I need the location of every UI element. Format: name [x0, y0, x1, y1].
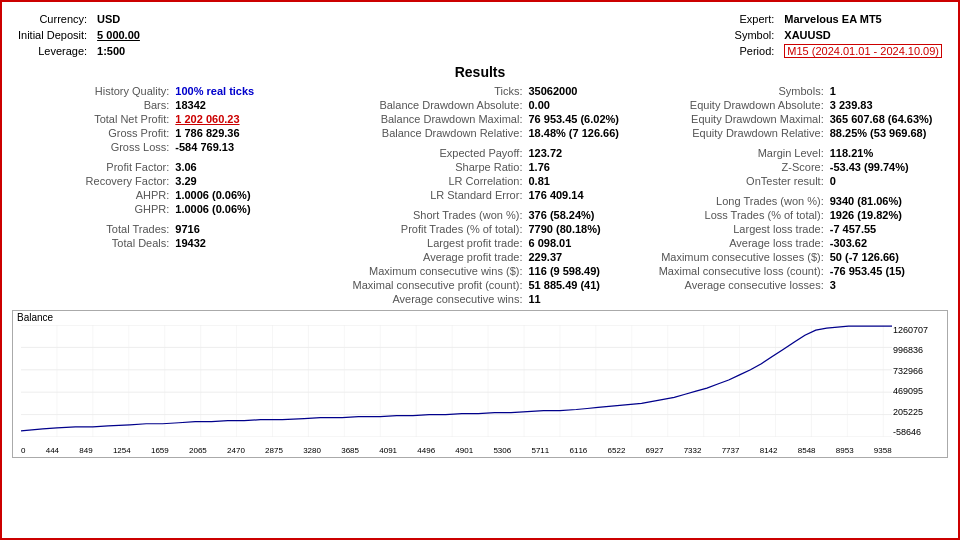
avg-loss-value: -303.62 — [827, 236, 948, 250]
avg-profit-label: Average profit trade: — [324, 250, 525, 264]
bal-dd-abs-value: 0.00 — [525, 98, 636, 112]
bal-dd-rel-label: Balance Drawdown Relative: — [324, 126, 525, 140]
bal-dd-rel-value: 18.48% (7 126.66) — [525, 126, 636, 140]
chart-svg — [21, 325, 892, 437]
largest-loss-value: -7 457.55 — [827, 222, 948, 236]
gross-profit-value: 1 786 829.36 — [172, 126, 324, 140]
x-label-5: 2065 — [189, 446, 207, 455]
bal-dd-abs-label: Balance Drawdown Absolute: — [324, 98, 525, 112]
gross-loss-value: -584 769.13 — [172, 140, 324, 154]
symbol-value: XAUUSD — [780, 28, 946, 42]
largest-loss-label: Largest loss trade: — [636, 222, 827, 236]
header-right: Expert: Marvelous EA MT5 Symbol: XAUUSD … — [729, 10, 948, 60]
lr-std-value: 176 409.14 — [525, 188, 636, 202]
bal-dd-max-value: 76 953.45 (6.02%) — [525, 112, 636, 126]
x-label-14: 5711 — [531, 446, 549, 455]
eq-dd-max-label: Equity Drawdown Maximal: — [636, 112, 827, 126]
sharpe-value: 1.76 — [525, 160, 636, 174]
x-label-22: 8953 — [836, 446, 854, 455]
x-label-20: 8142 — [760, 446, 778, 455]
balance-chart: Balance 1260707 996836 732966 469095 205… — [12, 310, 948, 458]
leverage-label: Leverage: — [14, 44, 91, 58]
currency-label: Currency: — [14, 12, 91, 26]
chart-y-axis: 1260707 996836 732966 469095 205225 -586… — [893, 325, 943, 437]
ghpr-value: 1.0006 (0.06%) — [172, 202, 324, 216]
x-label-15: 6116 — [569, 446, 587, 455]
y-label-5: 205225 — [893, 407, 923, 417]
eq-dd-rel-value: 88.25% (53 969.68) — [827, 126, 948, 140]
largest-profit-value: 6 098.01 — [525, 236, 636, 250]
y-label-2: 996836 — [893, 345, 923, 355]
bars-value: 18342 — [172, 98, 324, 112]
ahpr-label: AHPR: — [12, 188, 172, 202]
eq-dd-abs-label: Equity Drawdown Absolute: — [636, 98, 827, 112]
symbols-value: 1 — [827, 84, 948, 98]
x-label-16: 6522 — [608, 446, 626, 455]
long-trades-value: 9340 (81.06%) — [827, 194, 948, 208]
header-left: Currency: USD Initial Deposit: 5 000.00 … — [12, 10, 146, 60]
zscore-label: Z-Score: — [636, 160, 827, 174]
avg-loss-label: Average loss trade: — [636, 236, 827, 250]
history-quality-label: History Quality: — [12, 84, 172, 98]
max-consec-wins-value: 116 (9 598.49) — [525, 264, 636, 278]
ticks-value: 35062000 — [525, 84, 636, 98]
page-title: Results — [12, 64, 948, 80]
max-consec-profit-label: Maximal consecutive profit (count): — [324, 278, 525, 292]
bars-label: Bars: — [12, 98, 172, 112]
exp-payoff-label: Expected Payoff: — [324, 146, 525, 160]
chart-plot-area — [21, 325, 892, 437]
net-profit-label: Total Net Profit: — [12, 112, 172, 126]
short-trades-value: 376 (58.24%) — [525, 208, 636, 222]
period-value: M15 (2024.01.01 - 2024.10.09) — [780, 44, 946, 58]
short-trades-label: Short Trades (won %): — [324, 208, 525, 222]
x-label-6: 2470 — [227, 446, 245, 455]
x-label-8: 3280 — [303, 446, 321, 455]
lr-corr-label: LR Correlation: — [324, 174, 525, 188]
avg-consec-losses-label: Average consecutive losses: — [636, 278, 827, 292]
loss-trades-value: 1926 (19.82%) — [827, 208, 948, 222]
x-label-2: 849 — [79, 446, 92, 455]
bal-dd-max-label: Balance Drawdown Maximal: — [324, 112, 525, 126]
max-consec-losses-value: 50 (-7 126.66) — [827, 250, 948, 264]
max-consec-wins-label: Maximum consecutive wins ($): — [324, 264, 525, 278]
sharpe-label: Sharpe Ratio: — [324, 160, 525, 174]
x-label-21: 8548 — [798, 446, 816, 455]
max-consec-profit-value: 51 885.49 (41) — [525, 278, 636, 292]
profit-trades-value: 7790 (80.18%) — [525, 222, 636, 236]
loss-trades-label: Loss Trades (% of total): — [636, 208, 827, 222]
largest-profit-label: Largest profit trade: — [324, 236, 525, 250]
x-label-7: 2875 — [265, 446, 283, 455]
max-consec-loss-label: Maximal consecutive loss (count): — [636, 264, 827, 278]
expert-value: Marvelous EA MT5 — [780, 12, 946, 26]
recovery-factor-value: 3.29 — [172, 174, 324, 188]
chart-title: Balance — [13, 311, 947, 324]
total-trades-value: 9716 — [172, 222, 324, 236]
max-consec-loss-value: -76 953.45 (15) — [827, 264, 948, 278]
total-trades-label: Total Trades: — [12, 222, 172, 236]
chart-x-axis: 0 444 849 1254 1659 2065 2470 2875 3280 … — [21, 446, 892, 455]
zscore-value: -53.43 (99.74%) — [827, 160, 948, 174]
x-label-17: 6927 — [646, 446, 664, 455]
avg-consec-wins-label: Average consecutive wins: — [324, 292, 525, 306]
period-label: Period: — [731, 44, 779, 58]
mid-column: Ticks: 35062000 Balance Drawdown Absolut… — [324, 84, 636, 306]
x-label-3: 1254 — [113, 446, 131, 455]
x-label-9: 3685 — [341, 446, 359, 455]
ahpr-value: 1.0006 (0.06%) — [172, 188, 324, 202]
x-label-1: 444 — [46, 446, 59, 455]
x-label-10: 4091 — [379, 446, 397, 455]
exp-payoff-value: 123.72 — [525, 146, 636, 160]
avg-consec-wins-value: 11 — [525, 292, 636, 306]
ghpr-label: GHPR: — [12, 202, 172, 216]
y-label-3: 732966 — [893, 366, 923, 376]
expert-label: Expert: — [731, 12, 779, 26]
left-column: History Quality: 100% real ticks Bars: 1… — [12, 84, 324, 306]
deposit-label: Initial Deposit: — [14, 28, 91, 42]
right-column: Symbols: 1 Equity Drawdown Absolute: 3 2… — [636, 84, 948, 306]
eq-dd-abs-value: 3 239.83 — [827, 98, 948, 112]
deposit-value: 5 000.00 — [93, 28, 144, 42]
long-trades-label: Long Trades (won %): — [636, 194, 827, 208]
gross-profit-label: Gross Profit: — [12, 126, 172, 140]
currency-value: USD — [93, 12, 144, 26]
x-label-11: 4496 — [417, 446, 435, 455]
